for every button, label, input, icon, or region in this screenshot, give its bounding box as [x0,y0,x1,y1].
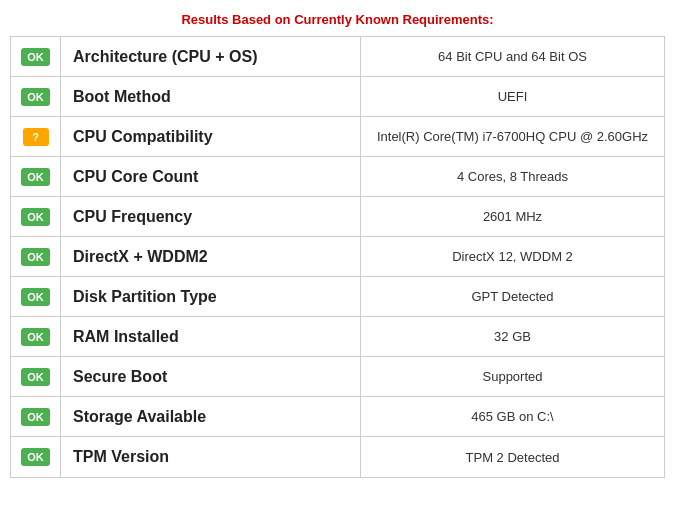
row-label: Secure Boot [61,357,361,396]
row-value: DirectX 12, WDDM 2 [361,237,664,276]
row-label: Architecture (CPU + OS) [61,37,361,76]
status-badge: OK [21,408,50,426]
row-label: DirectX + WDDM2 [61,237,361,276]
table-row: OKRAM Installed32 GB [11,317,664,357]
table-row: OKBoot MethodUEFI [11,77,664,117]
badge-cell: OK [11,317,61,356]
row-value: TPM 2 Detected [361,437,664,477]
table-row: OKCPU Frequency2601 MHz [11,197,664,237]
table-row: OKArchitecture (CPU + OS)64 Bit CPU and … [11,37,664,77]
badge-cell: OK [11,397,61,436]
results-table: OKArchitecture (CPU + OS)64 Bit CPU and … [10,36,665,478]
row-label: Disk Partition Type [61,277,361,316]
badge-cell: OK [11,37,61,76]
row-label: CPU Frequency [61,197,361,236]
row-value: 4 Cores, 8 Threads [361,157,664,196]
row-value: 465 GB on C:\ [361,397,664,436]
row-label: CPU Compatibility [61,117,361,156]
row-value: 2601 MHz [361,197,664,236]
status-badge: ? [23,128,49,146]
badge-cell: OK [11,77,61,116]
row-value: UEFI [361,77,664,116]
status-badge: OK [21,368,50,386]
row-value: Intel(R) Core(TM) i7-6700HQ CPU @ 2.60GH… [361,117,664,156]
header-text: Results Based on Currently Known Require… [181,12,493,27]
row-label: TPM Version [61,437,361,477]
badge-cell: OK [11,237,61,276]
status-badge: OK [21,248,50,266]
row-label: Boot Method [61,77,361,116]
row-value: 32 GB [361,317,664,356]
status-badge: OK [21,88,50,106]
row-label: Storage Available [61,397,361,436]
table-row: OKTPM VersionTPM 2 Detected [11,437,664,477]
table-row: ?CPU CompatibilityIntel(R) Core(TM) i7-6… [11,117,664,157]
status-badge: OK [21,208,50,226]
row-value: Supported [361,357,664,396]
badge-cell: OK [11,157,61,196]
page-header: Results Based on Currently Known Require… [10,10,665,28]
badge-cell: OK [11,357,61,396]
status-badge: OK [21,288,50,306]
table-row: OKDisk Partition TypeGPT Detected [11,277,664,317]
status-badge: OK [21,448,50,466]
table-row: OKStorage Available465 GB on C:\ [11,397,664,437]
row-value: GPT Detected [361,277,664,316]
badge-cell: ? [11,117,61,156]
status-badge: OK [21,328,50,346]
row-label: CPU Core Count [61,157,361,196]
badge-cell: OK [11,197,61,236]
badge-cell: OK [11,437,61,477]
page-container: Results Based on Currently Known Require… [10,10,665,478]
status-badge: OK [21,48,50,66]
table-row: OKDirectX + WDDM2DirectX 12, WDDM 2 [11,237,664,277]
table-row: OKCPU Core Count4 Cores, 8 Threads [11,157,664,197]
badge-cell: OK [11,277,61,316]
row-value: 64 Bit CPU and 64 Bit OS [361,37,664,76]
row-label: RAM Installed [61,317,361,356]
table-row: OKSecure BootSupported [11,357,664,397]
status-badge: OK [21,168,50,186]
